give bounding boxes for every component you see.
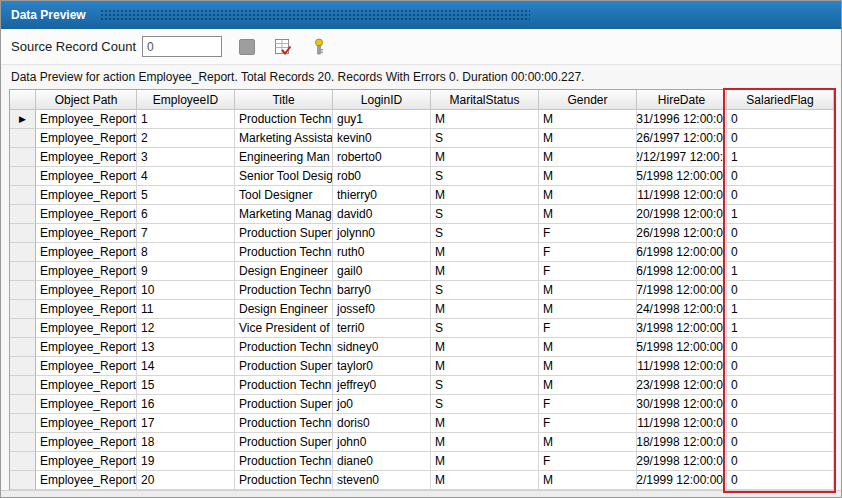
cell[interactable]: 0 [727, 395, 834, 414]
cell[interactable]: 2/24/1998 12:00:0 [637, 300, 727, 319]
column-header-salariedflag[interactable]: SalariedFlag [727, 90, 834, 110]
cell[interactable]: 3/5/1998 12:00:00 [637, 338, 727, 357]
cell[interactable]: Employee_Report [36, 205, 137, 224]
cell[interactable]: jolynn0 [333, 224, 431, 243]
cell[interactable]: Vice President of [235, 319, 333, 338]
row-selector[interactable] [10, 319, 36, 338]
cell[interactable]: kevin0 [333, 129, 431, 148]
cell[interactable]: 3 [137, 148, 235, 167]
cell[interactable]: M [431, 110, 539, 129]
table-row[interactable]: Employee_Report2Marketing Assistakevin0S… [10, 129, 834, 148]
column-header-gender[interactable]: Gender [539, 90, 637, 110]
row-selector[interactable] [10, 167, 36, 186]
cell[interactable]: 0 [727, 243, 834, 262]
table-row[interactable]: Employee_Report16Production Superjo0SF3/… [10, 395, 834, 414]
table-row[interactable]: Employee_Report15Production Technijeffre… [10, 376, 834, 395]
cell[interactable]: 1 [727, 148, 834, 167]
cell[interactable]: M [431, 186, 539, 205]
cell[interactable]: 2/6/1998 12:00:00 [637, 262, 727, 281]
cell[interactable]: M [539, 167, 637, 186]
row-selector[interactable] [10, 281, 36, 300]
column-header-maritalstatus[interactable]: MaritalStatus [431, 90, 539, 110]
cell[interactable]: 7 [137, 224, 235, 243]
cell[interactable]: Production Techni [235, 376, 333, 395]
cell[interactable]: Design Engineer [235, 262, 333, 281]
row-selector[interactable] [10, 205, 36, 224]
cell[interactable]: Production Techni [235, 471, 333, 490]
cell[interactable]: doris0 [333, 414, 431, 433]
cell[interactable]: david0 [333, 205, 431, 224]
row-selector[interactable] [10, 338, 36, 357]
cell[interactable]: 1/2/1999 12:00:00 [637, 471, 727, 490]
table-row[interactable]: Employee_Report18Production Superjohn0MM… [10, 433, 834, 452]
cell[interactable]: M [431, 243, 539, 262]
cell[interactable]: Marketing Manag [235, 205, 333, 224]
cell[interactable]: Production Super [235, 395, 333, 414]
cell[interactable]: Engineering Man [235, 148, 333, 167]
cell[interactable]: Production Techni [235, 243, 333, 262]
cell[interactable]: M [539, 205, 637, 224]
cell[interactable]: Design Engineer [235, 300, 333, 319]
row-selector[interactable] [10, 300, 36, 319]
cell[interactable]: Employee_Report [36, 338, 137, 357]
cell[interactable]: 0 [727, 376, 834, 395]
cell[interactable]: M [539, 338, 637, 357]
table-row[interactable]: Employee_Report14Production Supertaylor0… [10, 357, 834, 376]
cell[interactable]: M [539, 433, 637, 452]
table-row[interactable]: Employee_Report9Design Engineergail0MF2/… [10, 262, 834, 281]
cell[interactable]: M [539, 300, 637, 319]
row-selector[interactable] [10, 433, 36, 452]
cell[interactable]: S [431, 376, 539, 395]
cell[interactable]: 3/23/1998 12:00:0 [637, 376, 727, 395]
cell[interactable]: M [539, 471, 637, 490]
cell[interactable]: M [539, 281, 637, 300]
table-row[interactable]: Employee_Report13Production Technisidney… [10, 338, 834, 357]
cell[interactable]: 4/18/1998 12:00:0 [637, 433, 727, 452]
cell[interactable]: guy1 [333, 110, 431, 129]
cell[interactable]: 0 [727, 357, 834, 376]
cell[interactable]: 0 [727, 452, 834, 471]
row-selector[interactable] [10, 262, 36, 281]
cell[interactable]: 18 [137, 433, 235, 452]
cell[interactable]: M [539, 186, 637, 205]
cell[interactable]: 13 [137, 338, 235, 357]
table-row[interactable]: Employee_Report4Senior Tool Desigrob0SM1… [10, 167, 834, 186]
row-selector[interactable] [10, 471, 36, 490]
cell[interactable]: 1 [727, 319, 834, 338]
cell[interactable]: Employee_Report [36, 357, 137, 376]
cell[interactable]: taylor0 [333, 357, 431, 376]
cell[interactable]: 0 [727, 338, 834, 357]
column-header-title[interactable]: Title [235, 90, 333, 110]
table-row[interactable]: Employee_Report7Production Superjolynn0S… [10, 224, 834, 243]
cell[interactable]: S [431, 281, 539, 300]
cell[interactable]: M [539, 376, 637, 395]
cell[interactable]: roberto0 [333, 148, 431, 167]
cell[interactable]: M [539, 357, 637, 376]
row-selector[interactable] [10, 452, 36, 471]
table-row[interactable]: Employee_Report8Production Techniruth0MF… [10, 243, 834, 262]
cell[interactable]: S [431, 395, 539, 414]
cell[interactable]: 0 [727, 414, 834, 433]
cell[interactable]: 7/31/1996 12:00:0 [637, 110, 727, 129]
cell[interactable]: Employee_Report [36, 148, 137, 167]
cell[interactable]: S [431, 129, 539, 148]
cell[interactable]: S [431, 224, 539, 243]
row-selector[interactable] [10, 376, 36, 395]
cell[interactable]: john0 [333, 433, 431, 452]
cell[interactable]: F [539, 262, 637, 281]
cell[interactable]: Marketing Assista [235, 129, 333, 148]
cell[interactable]: Employee_Report [36, 319, 137, 338]
row-selector[interactable] [10, 148, 36, 167]
cell[interactable]: S [431, 205, 539, 224]
column-header-hiredate[interactable]: HireDate [637, 90, 727, 110]
cell[interactable]: Employee_Report [36, 224, 137, 243]
cell[interactable]: 8 [137, 243, 235, 262]
cell[interactable]: jossef0 [333, 300, 431, 319]
cell[interactable]: barry0 [333, 281, 431, 300]
cell[interactable]: Employee_Report [36, 129, 137, 148]
row-selector[interactable]: ▶ [10, 110, 36, 129]
cell[interactable]: Production Super [235, 433, 333, 452]
table-row[interactable]: ▶Employee_Report1Production Techniguy1MM… [10, 110, 834, 129]
table-row[interactable]: Employee_Report5Tool Designerthierry0MM1… [10, 186, 834, 205]
data-grid[interactable]: Object PathEmployeeIDTitleLoginIDMarital… [9, 89, 835, 491]
